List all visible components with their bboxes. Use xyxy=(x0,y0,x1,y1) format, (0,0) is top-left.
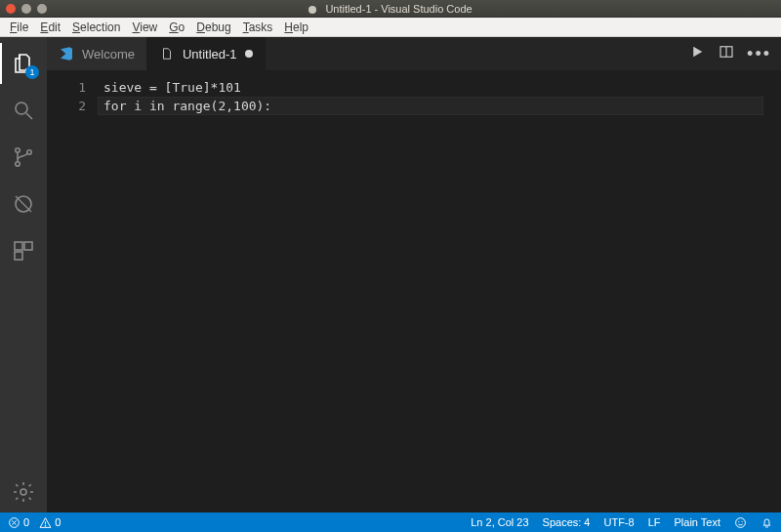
tab-welcome[interactable]: Welcome xyxy=(47,37,147,70)
svg-point-2 xyxy=(16,148,20,152)
svg-point-18 xyxy=(738,520,739,521)
window-close-button[interactable] xyxy=(6,4,16,14)
status-feedback[interactable] xyxy=(734,516,747,529)
smiley-icon xyxy=(734,516,747,529)
tab-dirty-indicator xyxy=(245,50,253,58)
window-title: Untitled-1 - Visual Studio Code xyxy=(325,3,472,15)
menu-file[interactable]: File xyxy=(4,20,34,34)
extensions-icon xyxy=(12,239,35,263)
svg-point-3 xyxy=(16,162,20,166)
svg-point-0 xyxy=(16,102,27,114)
window-modified-indicator xyxy=(308,6,316,14)
status-bar: 0 0 Ln 2, Col 23 Spaces: 4 UTF-8 LF Plai… xyxy=(0,512,781,532)
split-editor-button[interactable] xyxy=(718,43,735,64)
svg-point-17 xyxy=(736,517,746,527)
status-notifications[interactable] xyxy=(760,516,773,529)
explorer-badge: 1 xyxy=(25,65,39,79)
activity-source-control[interactable] xyxy=(0,137,47,178)
editor-more-button[interactable]: ••• xyxy=(747,45,771,62)
menu-tasks[interactable]: Tasks xyxy=(237,20,279,34)
bug-icon xyxy=(12,192,35,216)
branch-icon xyxy=(12,145,35,169)
tab-untitled[interactable]: Untitled-1 xyxy=(147,37,266,70)
status-language[interactable]: Plain Text xyxy=(675,516,721,528)
run-button[interactable] xyxy=(688,43,706,64)
menu-view[interactable]: View xyxy=(126,20,163,34)
tab-untitled-label: Untitled-1 xyxy=(183,47,237,61)
code-editor[interactable]: sieve = [True]*101 for i in range(2,100)… xyxy=(98,70,773,512)
svg-point-9 xyxy=(21,489,26,495)
code-line: sieve = [True]*101 xyxy=(103,78,773,97)
status-spaces[interactable]: Spaces: 4 xyxy=(543,516,591,528)
svg-rect-7 xyxy=(24,242,32,250)
line-number-gutter: 1 2 xyxy=(47,70,98,512)
minimap[interactable] xyxy=(773,70,781,512)
warning-icon xyxy=(39,516,52,529)
line-number: 1 xyxy=(47,78,86,97)
status-errors[interactable]: 0 xyxy=(8,516,29,529)
gear-icon xyxy=(12,480,35,504)
menu-selection[interactable]: Selection xyxy=(66,20,126,34)
svg-point-16 xyxy=(45,525,46,526)
activity-bar: 1 xyxy=(0,37,47,512)
status-warnings[interactable]: 0 xyxy=(39,516,61,529)
window-minimize-button[interactable] xyxy=(21,4,31,14)
activity-explorer[interactable]: 1 xyxy=(0,43,47,84)
tab-bar: Welcome Untitled-1 ••• xyxy=(47,37,781,70)
status-ln-col[interactable]: Ln 2, Col 23 xyxy=(471,516,528,528)
svg-rect-6 xyxy=(15,242,22,250)
error-icon xyxy=(8,516,21,529)
status-eol[interactable]: LF xyxy=(648,516,661,528)
menu-debug[interactable]: Debug xyxy=(190,20,236,34)
os-titlebar: Untitled-1 - Visual Studio Code xyxy=(0,0,781,18)
svg-point-19 xyxy=(742,520,743,521)
menubar: File Edit Selection View Go Debug Tasks … xyxy=(0,18,781,37)
line-number: 2 xyxy=(47,97,86,115)
window-maximize-button[interactable] xyxy=(37,4,47,14)
tab-welcome-label: Welcome xyxy=(82,47,135,61)
status-encoding[interactable]: UTF-8 xyxy=(603,516,634,528)
file-icon xyxy=(159,46,175,61)
menu-go[interactable]: Go xyxy=(163,20,190,34)
activity-search[interactable] xyxy=(0,90,47,131)
bell-icon xyxy=(760,516,773,529)
code-line: for i in range(2,100): xyxy=(103,97,773,115)
activity-debug[interactable] xyxy=(0,184,47,225)
activity-extensions[interactable] xyxy=(0,230,47,271)
vscode-icon xyxy=(59,46,74,61)
svg-rect-8 xyxy=(15,252,22,260)
menu-help[interactable]: Help xyxy=(278,20,314,34)
activity-settings[interactable] xyxy=(0,471,47,512)
menu-edit[interactable]: Edit xyxy=(34,20,66,34)
svg-line-1 xyxy=(26,113,32,119)
search-icon xyxy=(12,99,35,122)
